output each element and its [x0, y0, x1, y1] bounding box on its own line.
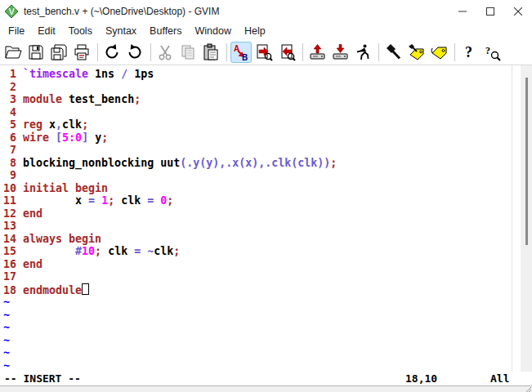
- code-line[interactable]: 12 end: [3, 207, 512, 220]
- line-number: 18: [3, 284, 23, 296]
- line-number: 4: [3, 106, 23, 118]
- menu-help[interactable]: Help: [238, 24, 272, 38]
- save-session-icon: [331, 43, 349, 61]
- menu-tools[interactable]: Tools: [62, 24, 99, 38]
- find-help-icon: ?: [483, 43, 501, 61]
- toolbar-separator: [302, 43, 303, 61]
- code-line[interactable]: 16 end: [3, 258, 512, 271]
- cut-button[interactable]: [154, 42, 176, 63]
- close-button[interactable]: [504, 0, 532, 23]
- line-number: 13: [3, 220, 23, 232]
- code-token: endmodule: [23, 284, 82, 296]
- code-token: module: [23, 93, 62, 105]
- save-all-button[interactable]: [48, 42, 69, 63]
- code-line[interactable]: 17: [3, 270, 512, 283]
- code-token: [141, 245, 147, 257]
- code-token: 10: [82, 245, 95, 257]
- code-line[interactable]: 8 blocking_nonblocking uut(.y(y),.x(x),.…: [3, 157, 512, 170]
- code-token: ;: [134, 93, 141, 105]
- code-token: x: [23, 194, 88, 207]
- load-session-button[interactable]: [306, 42, 328, 63]
- svg-text:B: B: [242, 53, 248, 61]
- copy-button[interactable]: [177, 42, 199, 63]
- line-number: 17: [3, 270, 23, 283]
- code-token: y: [88, 131, 101, 144]
- code-line[interactable]: 6 wire [5:0] y;: [3, 131, 512, 145]
- code-token: 1ps: [127, 68, 154, 80]
- code-token: ;: [82, 118, 88, 131]
- window-controls: [449, 0, 532, 23]
- help-icon: ?: [460, 43, 478, 61]
- toolbar-separator: [378, 43, 379, 61]
- code-token: initial begin: [23, 182, 108, 194]
- code-line[interactable]: 10 initial begin: [3, 182, 512, 195]
- code-token: =: [134, 245, 141, 257]
- empty-buffer-line: ~: [3, 346, 512, 359]
- menu-syntax[interactable]: Syntax: [99, 24, 143, 38]
- tilde-marker: ~: [3, 346, 10, 359]
- print-button[interactable]: [71, 42, 92, 63]
- code-line[interactable]: 1 `timescale 1ns / 1ps: [3, 68, 512, 81]
- code-token: [49, 131, 56, 144]
- code-token: (.y(y),.x(x),.clk(clk)): [180, 157, 330, 169]
- line-number: 2: [3, 81, 23, 93]
- make-button[interactable]: [382, 42, 404, 63]
- code-line[interactable]: 4: [3, 106, 512, 119]
- find-next-button[interactable]: [253, 42, 275, 63]
- code-line[interactable]: 3 module test_bench;: [3, 93, 512, 106]
- save-session-button[interactable]: [329, 42, 351, 63]
- code-token: clk: [114, 194, 147, 207]
- line-number: 10: [3, 182, 23, 194]
- code-line[interactable]: 13: [3, 220, 512, 233]
- maximize-button[interactable]: [476, 0, 504, 23]
- code-line[interactable]: 9: [3, 169, 512, 182]
- save-button[interactable]: [25, 42, 47, 63]
- open-button[interactable]: [2, 42, 24, 63]
- code-line[interactable]: 2: [3, 81, 512, 94]
- close-icon: [514, 7, 522, 16]
- make-icon: [384, 43, 402, 61]
- code-token: 5:0: [62, 131, 82, 144]
- undo-button[interactable]: [101, 42, 123, 63]
- menu-window[interactable]: Window: [188, 24, 237, 38]
- tag-jump-button[interactable]: [428, 42, 449, 63]
- find-help-button[interactable]: ?: [481, 42, 503, 63]
- run-ctags-button[interactable]: [405, 42, 427, 63]
- code-token: ;: [101, 131, 108, 144]
- resize-grip[interactable]: [521, 387, 531, 392]
- code-line[interactable]: 5 reg x,clk;: [3, 118, 512, 131]
- menu-edit[interactable]: Edit: [31, 24, 62, 38]
- code-token: end: [23, 207, 42, 220]
- menu-file[interactable]: File: [2, 24, 31, 38]
- code-token: `timescale: [23, 68, 88, 80]
- code-line[interactable]: 14 always begin: [3, 233, 512, 246]
- code-token: 1: [101, 194, 108, 207]
- open-file-icon: [4, 43, 22, 61]
- scrollbar-track[interactable]: [521, 65, 532, 372]
- code-token: =: [88, 194, 95, 207]
- code-token: [95, 194, 101, 207]
- editor-area[interactable]: 1 `timescale 1ns / 1ps 2 3 module test_b…: [0, 65, 512, 374]
- find-next-icon: [255, 43, 273, 61]
- code-token: clk: [154, 245, 173, 257]
- find-prev-icon: [278, 43, 296, 61]
- code-line[interactable]: 15 #10; clk = ~clk;: [3, 245, 512, 258]
- code-line[interactable]: 7: [3, 144, 512, 157]
- window-bottom-edge: [0, 385, 532, 392]
- gvim-window: V test_bench.v + (~\OneDrive\Desktop) - …: [0, 0, 532, 392]
- redo-button[interactable]: [124, 42, 145, 63]
- paste-button[interactable]: [200, 42, 221, 63]
- title-bar[interactable]: V test_bench.v + (~\OneDrive\Desktop) - …: [0, 0, 532, 23]
- code-line[interactable]: 11 x = 1; clk = 0;: [3, 194, 512, 207]
- find-replace-button[interactable]: AB: [230, 42, 252, 63]
- code-line[interactable]: 18 endmodule: [3, 283, 512, 296]
- help-button[interactable]: ?: [458, 42, 480, 63]
- minimize-button[interactable]: [449, 0, 476, 23]
- run-script-button[interactable]: [352, 42, 373, 63]
- tilde-marker: ~: [3, 296, 10, 308]
- find-prev-button[interactable]: [276, 42, 297, 63]
- menu-buffers[interactable]: Buffers: [143, 24, 188, 38]
- redo-icon: [126, 43, 144, 61]
- paste-icon: [202, 43, 220, 61]
- scrollbar-thumb[interactable]: [525, 78, 528, 245]
